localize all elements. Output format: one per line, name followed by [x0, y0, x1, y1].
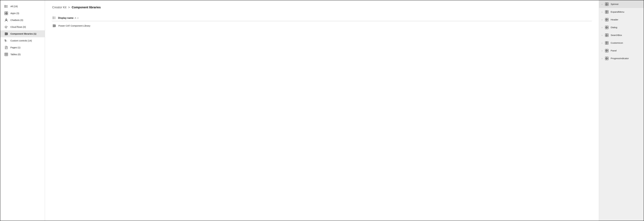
component-library-row-label: Power CAT Component Library [58, 24, 90, 27]
svg-rect-44 [54, 24, 55, 27]
chevron-right-icon: › [602, 3, 602, 5]
svg-rect-56 [605, 18, 606, 20]
chevron-right-icon: › [602, 34, 602, 36]
svg-rect-12 [6, 14, 8, 15]
panel-item-expand-menu-label: ExpandMenu [611, 10, 641, 13]
panel-item-customicon[interactable]: › CustomIcon [599, 39, 644, 47]
svg-rect-58 [605, 20, 606, 21]
component-library-row-icon [52, 24, 56, 28]
searchbox-component-icon [605, 34, 608, 37]
svg-rect-43 [54, 24, 54, 27]
sidebar-item-pages[interactable]: Pages (1) [0, 44, 45, 51]
panel-item-searchbox[interactable]: › SearchBox [599, 31, 644, 39]
table-row[interactable]: Power CAT Component Library [52, 22, 592, 29]
table-header: Display name [52, 15, 592, 21]
sidebar-item-apps-label: Apps (3) [10, 12, 41, 14]
svg-rect-66 [605, 35, 606, 37]
panel-item-spinner-label: Spinner [611, 3, 641, 6]
svg-rect-57 [607, 18, 608, 20]
panel-item-spinner[interactable]: › Spinner [599, 0, 644, 8]
svg-rect-54 [605, 12, 606, 14]
right-panel: › Spinner › ExpandM [599, 0, 644, 221]
panel-item-searchbox-label: SearchBox [611, 34, 641, 36]
svg-rect-68 [605, 42, 606, 43]
svg-rect-63 [607, 28, 608, 29]
sidebar-item-all[interactable]: All (19) [0, 3, 45, 10]
sidebar-item-tables[interactable]: Tables (0) [0, 51, 45, 58]
breadcrumb-current: Component libraries [72, 6, 100, 9]
progress-indicator-component-icon [605, 57, 608, 60]
chevron-right-icon: › [602, 50, 602, 52]
svg-rect-67 [607, 35, 608, 37]
sidebar-item-component-libraries[interactable]: Component libraries (1) [0, 30, 45, 37]
svg-rect-74 [605, 51, 606, 52]
svg-rect-71 [607, 43, 608, 44]
sidebar-item-apps[interactable]: Apps (3) [0, 10, 45, 17]
svg-rect-77 [607, 57, 608, 58]
svg-rect-42 [53, 24, 53, 27]
svg-point-15 [6, 19, 7, 20]
svg-rect-60 [605, 26, 606, 27]
chevron-right-icon: › [602, 11, 602, 13]
sidebar: All (19) Apps (3) [0, 0, 45, 221]
spinner-component-icon [605, 2, 608, 6]
svg-rect-21 [6, 33, 7, 35]
svg-rect-9 [5, 12, 6, 13]
panel-item-header-label: Header [611, 18, 641, 21]
panel-item-expand-menu[interactable]: › ExpandMenu [599, 8, 644, 16]
svg-rect-10 [6, 12, 8, 13]
sidebar-item-component-libraries-label: Component libraries (1) [10, 32, 41, 35]
svg-text:Abc: Abc [5, 40, 7, 42]
list-icon [4, 4, 8, 8]
svg-rect-49 [607, 3, 608, 4]
svg-rect-75 [607, 51, 608, 52]
svg-rect-78 [605, 58, 606, 60]
breadcrumb-parent[interactable]: Creator Kit [52, 6, 66, 9]
breadcrumb-separator: > [68, 6, 70, 9]
panel-item-progress-indicator[interactable]: › ProgressIndicator [599, 54, 644, 62]
panel-component-icon [605, 49, 608, 52]
chevron-right-icon: › [602, 26, 602, 28]
svg-rect-76 [605, 57, 606, 58]
sidebar-item-chatbots[interactable]: Chatbots (0) [0, 17, 45, 24]
breadcrumb: Creator Kit > Component libraries [52, 6, 592, 9]
panel-item-header[interactable]: › Header [599, 16, 644, 24]
svg-point-14 [6, 19, 6, 20]
sidebar-item-chatbots-label: Chatbots (0) [10, 19, 41, 22]
panel-item-customicon-label: CustomIcon [611, 42, 641, 44]
svg-rect-72 [605, 49, 606, 50]
panel-item-dialog-label: Dialog [611, 26, 641, 29]
svg-rect-61 [607, 26, 608, 27]
customicon-component-icon [605, 41, 608, 45]
custom-controls-icon: Abc [4, 39, 8, 42]
sidebar-item-cloud-flows-label: Cloud flows (0) [10, 26, 41, 28]
column-header-icon [52, 16, 56, 20]
svg-rect-50 [605, 4, 606, 6]
panel-item-dialog[interactable]: › Dialog [599, 24, 644, 31]
svg-rect-73 [607, 49, 608, 50]
chevron-right-icon: › [602, 57, 602, 60]
panel-item-progress-indicator-label: ProgressIndicator [611, 57, 641, 60]
pages-icon [4, 46, 8, 49]
svg-rect-62 [605, 28, 606, 29]
apps-icon [4, 12, 8, 15]
header-component-icon [605, 18, 608, 22]
svg-rect-52 [605, 10, 606, 12]
svg-rect-64 [605, 34, 606, 35]
column-header-label: Display name [58, 17, 79, 19]
svg-rect-11 [5, 14, 6, 15]
svg-rect-55 [607, 12, 608, 14]
svg-rect-65 [607, 34, 608, 35]
svg-rect-36 [53, 17, 53, 17]
panel-item-panel[interactable]: › Panel [599, 47, 644, 54]
svg-rect-69 [607, 42, 608, 43]
sidebar-item-custom-controls-label: Custom controls (14) [10, 39, 41, 42]
chevron-right-icon: › [602, 19, 602, 21]
column-header-text: Display name [58, 17, 74, 19]
svg-rect-53 [607, 10, 608, 12]
sidebar-item-custom-controls[interactable]: Abc Custom controls (14) [0, 37, 45, 44]
sidebar-item-cloud-flows[interactable]: Cloud flows (0) [0, 24, 45, 30]
sidebar-item-pages-label: Pages (1) [10, 46, 41, 49]
svg-rect-79 [607, 58, 608, 60]
sort-arrows[interactable] [74, 17, 79, 19]
